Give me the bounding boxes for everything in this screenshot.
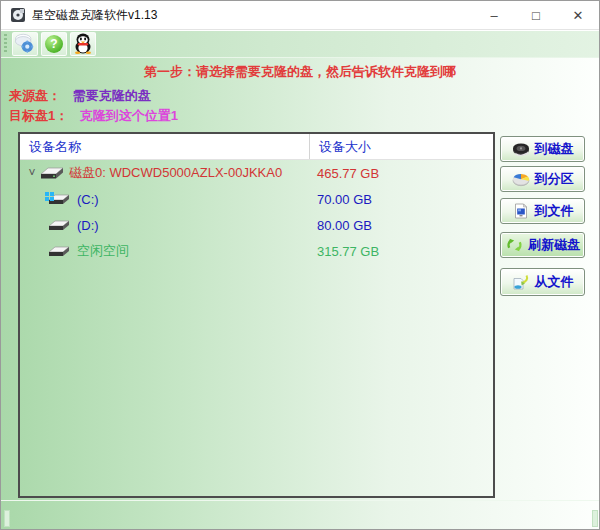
qq-button[interactable] xyxy=(70,32,96,56)
titlebar: 星空磁盘克隆软件v1.13 – □ ✕ xyxy=(1,1,599,30)
hard-disk-icon xyxy=(39,166,65,181)
toolbar: ? xyxy=(1,31,599,58)
device-name: 磁盘0: WDCWD5000AZLX-00JKKA0 xyxy=(69,164,282,182)
app-icon xyxy=(10,7,26,23)
from-file-icon xyxy=(512,274,530,290)
source-disk-label: 来源盘： xyxy=(9,88,61,103)
to-partition-label: 到分区 xyxy=(535,170,574,188)
device-size: 315.77 GB xyxy=(317,244,379,259)
help-button[interactable]: ? xyxy=(41,32,67,56)
target-disk-row: 目标盘1： 克隆到这个位置1 xyxy=(9,107,178,125)
windows-logo-icon xyxy=(45,189,54,204)
window-title: 星空磁盘克隆软件v1.13 xyxy=(32,7,157,24)
maximize-button[interactable]: □ xyxy=(515,1,557,29)
source-disk-row: 来源盘： 需要克隆的盘 xyxy=(9,87,151,105)
to-disk-button[interactable]: 到磁盘 xyxy=(500,136,585,162)
device-row-d[interactable]: (D:) 80.00 GB xyxy=(20,212,493,238)
system-partition-icon xyxy=(47,192,73,207)
from-file-label: 从文件 xyxy=(535,273,574,291)
device-size: 70.00 GB xyxy=(317,192,372,207)
source-disk-value: 需要克隆的盘 xyxy=(73,88,151,103)
device-list: 设备名称 设备大小 ˅ 磁盘0: WDCWD5000AZLX-00JKKA0 4… xyxy=(18,132,495,498)
statusbar-resize-grip[interactable] xyxy=(592,510,598,527)
close-button[interactable]: ✕ xyxy=(557,1,599,29)
to-file-icon xyxy=(512,203,530,219)
window-controls: – □ ✕ xyxy=(473,1,599,29)
from-file-button[interactable]: 从文件 xyxy=(500,268,585,296)
app-window: 星空磁盘克隆软件v1.13 – □ ✕ xyxy=(0,0,600,530)
disk-clone-icon xyxy=(14,32,36,57)
to-file-button[interactable]: 到文件 xyxy=(500,198,585,224)
to-disk-label: 到磁盘 xyxy=(535,140,574,158)
device-size: 80.00 GB xyxy=(317,218,372,233)
qq-penguin-icon xyxy=(73,32,93,57)
expander-chevron-icon[interactable]: ˅ xyxy=(25,166,39,180)
toolbar-gripper-icon xyxy=(4,34,7,54)
to-partition-button[interactable]: 到分区 xyxy=(500,166,585,192)
device-size: 465.77 GB xyxy=(317,166,379,181)
device-list-header: 设备名称 设备大小 xyxy=(20,134,493,160)
statusbar-left-grip xyxy=(4,510,10,527)
device-name: (C:) xyxy=(77,192,99,207)
target-disk-value: 克隆到这个位置1 xyxy=(80,108,178,123)
column-header-device-size[interactable]: 设备大小 xyxy=(310,134,493,159)
device-row-disk0[interactable]: ˅ 磁盘0: WDCWD5000AZLX-00JKKA0 465.77 GB xyxy=(20,160,493,186)
refresh-disk-icon xyxy=(505,237,523,253)
minimize-button[interactable]: – xyxy=(473,1,515,29)
step-instruction: 第一步：请选择需要克隆的盘，然后告诉软件克隆到哪 xyxy=(1,63,599,81)
help-icon: ? xyxy=(45,35,63,53)
statusbar-divider xyxy=(1,500,599,501)
device-row-free-space[interactable]: 空闲空间 315.77 GB xyxy=(20,238,493,264)
to-partition-icon xyxy=(512,171,530,187)
device-row-c[interactable]: (C:) 70.00 GB xyxy=(20,186,493,212)
to-file-label: 到文件 xyxy=(535,202,574,220)
refresh-disk-label: 刷新磁盘 xyxy=(528,236,580,254)
refresh-disk-button[interactable]: 刷新磁盘 xyxy=(500,232,585,258)
disk-clone-tool-button[interactable] xyxy=(12,32,38,56)
free-space-icon xyxy=(47,244,73,259)
device-name: (D:) xyxy=(77,218,99,233)
device-name: 空闲空间 xyxy=(77,242,129,260)
target-disk-label: 目标盘1： xyxy=(9,108,68,123)
to-disk-icon xyxy=(512,141,530,157)
column-header-device-name[interactable]: 设备名称 xyxy=(20,134,310,159)
partition-icon xyxy=(47,218,73,233)
